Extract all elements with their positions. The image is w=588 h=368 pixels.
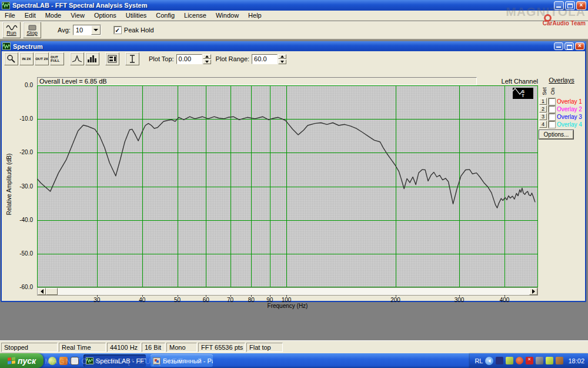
overlay-3-checkbox[interactable]: [549, 114, 555, 120]
line-plot-mode-button[interactable]: [70, 52, 84, 65]
overlay-row-2: 2 Overlay 2: [539, 105, 584, 112]
quick-launch-icon-1[interactable]: [48, 357, 56, 365]
menu-item-license[interactable]: License: [179, 11, 211, 19]
x-tick-mark: [206, 295, 206, 297]
peak-hold-checkbox[interactable]: ✓: [114, 26, 121, 34]
quick-launch-icon-3[interactable]: [71, 357, 79, 365]
y-tick-label: -40.0: [4, 217, 33, 223]
plot-top-spinner[interactable]: [203, 54, 211, 64]
language-indicator[interactable]: RL: [475, 357, 483, 364]
restore-button[interactable]: [565, 1, 575, 10]
plot-range-spin-down[interactable]: [278, 59, 286, 64]
status-bar: Stopped Real Time 44100 Hz 16 Bit Mono F…: [0, 340, 588, 353]
peak-hold-label: Peak Hold: [124, 26, 154, 34]
zoom-out-full-button[interactable]: OUT FULL: [50, 52, 64, 65]
spectrum-minimize-button[interactable]: [554, 42, 563, 50]
task-label: SpectraLAB - FFT Spe...: [96, 357, 146, 364]
channel-label: Left Channel: [502, 78, 538, 85]
overlays-options-button[interactable]: Options...: [539, 130, 573, 139]
menu-item-utilities[interactable]: Utilities: [121, 11, 151, 19]
plot-top-spin-down[interactable]: [203, 59, 211, 64]
menu-item-options[interactable]: Options: [89, 11, 121, 19]
stop-button[interactable]: Stop: [23, 22, 41, 38]
plot-horizontal-scrollbar[interactable]: [37, 287, 538, 296]
plot-range-label: Plot Range:: [216, 55, 249, 62]
tray-icon-1[interactable]: [496, 357, 503, 364]
spectrum-body: IN 2X OUT 2X OUT FULL Plot Top: 0.00 Plo…: [2, 51, 585, 301]
menu-item-file[interactable]: File: [0, 11, 20, 19]
menu-item-window[interactable]: Window: [211, 11, 243, 19]
x-tick-mark: [505, 295, 505, 297]
overlay-2-checkbox[interactable]: [549, 106, 555, 112]
scrollbar-thumb[interactable]: [46, 288, 58, 295]
plot-range-input[interactable]: 60.0: [252, 54, 278, 64]
quick-launch-icon-2[interactable]: [59, 357, 68, 365]
minimize-button[interactable]: [554, 1, 564, 10]
tray-icon-2[interactable]: [506, 357, 513, 364]
overlays-panel: Overlays Set On 1 Overlay 1 2 Overlay 2 …: [539, 77, 584, 139]
taskbar-task-spectralab[interactable]: SpectraLAB - FFT Spe...: [83, 354, 146, 367]
overlay-2-set-button[interactable]: 2: [539, 105, 547, 112]
y-axis-title: Relative Amplitude (dB): [6, 154, 12, 216]
tray-icon-5[interactable]: [536, 357, 543, 364]
x-tick-mark: [286, 295, 287, 297]
app-icon: [2, 2, 10, 9]
tray-icon-4[interactable]: [526, 357, 533, 364]
waveform-badge-icon: [513, 88, 522, 95]
close-button[interactable]: ×: [576, 1, 586, 10]
main-toolbar: Run Stop Avg: 10 ✓ Peak Hold: [0, 21, 588, 40]
overlay-3-set-button[interactable]: 3: [539, 113, 547, 120]
overlay-1-checkbox[interactable]: [549, 98, 555, 105]
y-tick-label: -50.0: [4, 250, 33, 257]
avg-dropdown-arrow-icon[interactable]: [91, 25, 101, 35]
scroll-right-arrow[interactable]: [529, 288, 537, 295]
plot-top-input[interactable]: 0.00: [176, 54, 202, 64]
marker-tool-button[interactable]: [125, 52, 139, 65]
scrollbar-track[interactable]: [58, 288, 529, 295]
taskbar: пуск SpectraLAB - FFT Spe... Безымянный …: [0, 353, 588, 368]
plot-range-spinner[interactable]: [278, 54, 286, 64]
overlay-row-1: 1 Overlay 1: [539, 98, 584, 105]
list-dialog-icon: [108, 55, 117, 63]
plot-range-spin-up[interactable]: [278, 54, 286, 59]
x-axis-title: Frequency (Hz): [37, 303, 538, 309]
task-label: Безымянный - Paint: [163, 357, 213, 364]
status-mode: Real Time: [59, 343, 106, 352]
spectrum-close-button[interactable]: ×: [575, 42, 584, 50]
spectrum-maximize-button[interactable]: [564, 42, 574, 50]
x-tick-mark: [142, 295, 143, 297]
tray-icon-6[interactable]: [546, 357, 553, 364]
sine-wave-icon: [6, 25, 18, 31]
plot-top-spin-up[interactable]: [203, 54, 211, 59]
paint-task-icon: [153, 357, 161, 364]
spectrum-plot: S T: [37, 85, 538, 287]
run-button[interactable]: Run: [2, 22, 21, 38]
x-tick-mark: [230, 295, 231, 297]
menu-item-view[interactable]: View: [66, 11, 89, 19]
status-run-state: Stopped: [1, 343, 58, 352]
overlay-4-set-button[interactable]: 4: [539, 121, 547, 128]
x-tick-mark: [97, 295, 98, 297]
hide-tray-icons-button[interactable]: [485, 357, 493, 365]
overlay-1-set-button[interactable]: 1: [539, 98, 547, 105]
menu-item-edit[interactable]: Edit: [20, 11, 41, 19]
menu-item-config[interactable]: Config: [151, 11, 179, 19]
window-title: SpectraLAB - FFT Spectral Analysis Syste…: [12, 2, 147, 9]
overlay-3-label: Overlay 3: [557, 114, 582, 120]
bar-plot-mode-button[interactable]: [85, 52, 99, 65]
overlay-4-checkbox[interactable]: [549, 121, 555, 128]
spectrum-window-icon: [2, 42, 11, 50]
start-button[interactable]: пуск: [0, 353, 44, 368]
status-window-function: Flat top: [246, 343, 283, 352]
avg-label: Avg:: [58, 26, 71, 34]
tray-icon-7[interactable]: [556, 357, 563, 364]
tray-icon-3[interactable]: [516, 357, 523, 364]
taskbar-task-paint[interactable]: Безымянный - Paint: [151, 354, 213, 367]
menu-item-help[interactable]: Help: [243, 11, 266, 19]
x-tick-mark: [251, 295, 252, 297]
zoom-out-2x-button[interactable]: OUT 2X: [35, 52, 49, 65]
display-settings-button[interactable]: [105, 52, 119, 65]
menu-item-mode[interactable]: Mode: [41, 11, 66, 19]
scroll-left-arrow[interactable]: [38, 288, 46, 295]
avg-dropdown[interactable]: 10: [73, 25, 101, 35]
